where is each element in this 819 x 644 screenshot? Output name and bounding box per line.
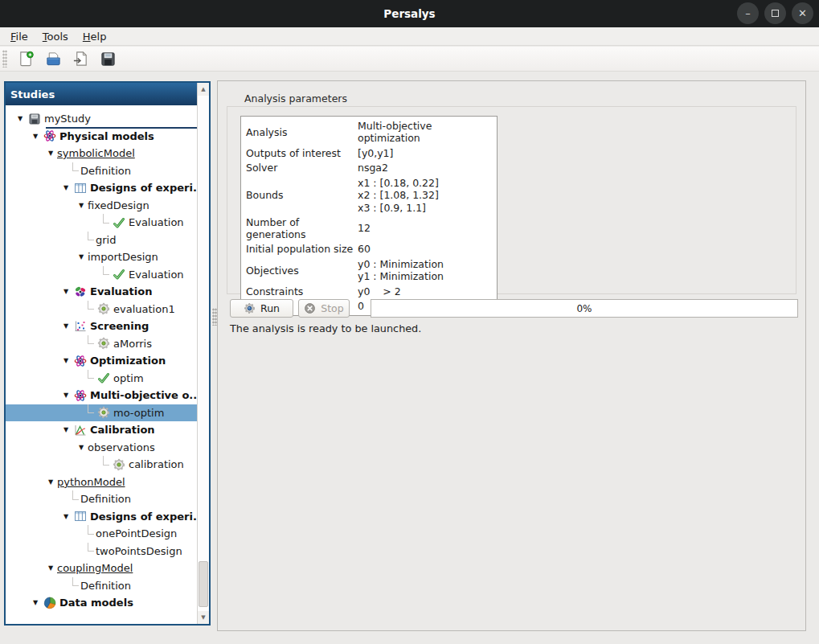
import-study-icon[interactable] [70, 48, 91, 69]
scroll-down-icon[interactable]: ▼ [198, 611, 209, 624]
gear-icon [112, 457, 125, 471]
stop-icon [304, 302, 316, 314]
tree-item-label: symbolicModel [57, 147, 135, 159]
tree-item-optimization[interactable]: ▼Optimization [6, 352, 197, 370]
tree-item-grid[interactable]: grid [6, 232, 197, 249]
parameter-label: Solver [241, 162, 358, 174]
tree-item-designs-of-experi[interactable]: ▼Designs of experi... [6, 508, 197, 526]
expander-icon[interactable]: ▼ [75, 253, 88, 260]
stop-button[interactable]: Stop [298, 299, 350, 318]
save-study-icon[interactable] [97, 48, 118, 69]
tree-item-onepointdesign[interactable]: onePointDesign [6, 525, 197, 543]
parameter-value: nsga2 [358, 162, 391, 174]
tree-item-twopointsdesign[interactable]: twoPointsDesign [6, 543, 197, 560]
tree-item-definition[interactable]: Definition [6, 577, 197, 595]
tree-item-evaluation[interactable]: Evaluation [6, 266, 197, 284]
expander-icon[interactable]: ▼ [59, 322, 72, 330]
tree-item-label: evaluation1 [113, 303, 175, 315]
new-study-icon[interactable] [15, 48, 36, 69]
toolbar [0, 47, 819, 72]
expander-icon[interactable]: ▼ [59, 357, 72, 364]
parameter-row: Constraintsy0 > 2 [241, 284, 497, 299]
parameter-value: Multi-objective optimization [358, 120, 497, 145]
tree-item-symbolicmodel[interactable]: ▼symbolicModel [6, 145, 197, 162]
studies-panel: Studies ▼myStudy▼Physical models▼symboli… [4, 81, 211, 626]
atom-icon [73, 354, 87, 367]
tree-item-label: observations [88, 441, 155, 453]
check-icon [112, 268, 125, 281]
scrollbar-thumb[interactable] [199, 561, 208, 607]
expander-icon[interactable]: ▼ [75, 202, 88, 209]
atom-icon [43, 129, 56, 143]
tree-item-importdesign[interactable]: ▼importDesign [6, 248, 197, 266]
expander-icon[interactable]: ▼ [75, 444, 88, 451]
expander-icon[interactable]: ▼ [44, 478, 57, 486]
tree-scrollbar[interactable]: ▲ ▼ [197, 83, 209, 624]
toolbar-drag-handle[interactable] [2, 50, 7, 68]
tree-item-label: fixedDesign [88, 199, 149, 211]
gear-icon [96, 406, 110, 420]
tree-branch-line [69, 162, 80, 180]
expander-icon[interactable]: ▼ [44, 564, 57, 572]
tree-item-label: importDesign [88, 251, 158, 263]
tree-item-label: Definition [80, 580, 131, 592]
tree-item-data-models[interactable]: ▼Data models [6, 594, 197, 612]
tree-item-calibration[interactable]: ▼Calibration [6, 421, 197, 439]
tree-item-mystudy[interactable]: ▼myStudy [6, 110, 197, 128]
tree-item-definition[interactable]: Definition [6, 162, 197, 180]
tree-item-definition[interactable]: Definition [6, 490, 197, 508]
expander-icon[interactable]: ▼ [29, 133, 42, 140]
expander-icon[interactable]: ▼ [29, 599, 42, 606]
tree-item-physical-models[interactable]: ▼Physical models [6, 128, 197, 146]
tree-item-evaluation[interactable]: Evaluation [6, 214, 197, 232]
tree-item-optim[interactable]: optim [6, 370, 197, 388]
open-study-icon[interactable] [43, 48, 63, 69]
check-icon [96, 371, 110, 385]
expander-icon[interactable]: ▼ [14, 115, 27, 122]
expander-icon[interactable]: ▼ [59, 288, 72, 295]
tree-item-designs-of-experi[interactable]: ▼Designs of experi... [6, 179, 197, 197]
tree-item-evaluation[interactable]: ▼Evaluation [6, 283, 197, 301]
tree-item-amorris[interactable]: aMorris [6, 335, 197, 353]
chart-icon [73, 423, 87, 437]
tree-item-evaluation1[interactable]: evaluation1 [6, 301, 197, 318]
expander-icon[interactable]: ▼ [59, 392, 72, 399]
status-message: The analysis is ready to be launched. [230, 322, 421, 334]
minimize-icon[interactable]: – [737, 2, 759, 24]
parameters-table: AnalysisMulti-objective optimizationOutp… [240, 116, 498, 316]
tree-item-fixeddesign[interactable]: ▼fixedDesign [6, 197, 197, 215]
expander-icon[interactable]: ▼ [59, 184, 72, 191]
tree-item-pythonmodel[interactable]: ▼pythonModel [6, 474, 197, 491]
tree-item-calibration[interactable]: calibration [6, 456, 197, 474]
tree-item-label: calibration [129, 458, 184, 470]
parameter-value: [y0,y1] [358, 147, 396, 160]
menu-help[interactable]: Help [76, 29, 114, 44]
tree-item-label: mo-optim [113, 407, 164, 419]
group-title: Analysis parameters [244, 92, 347, 105]
menu-file[interactable]: File [3, 29, 35, 44]
tree-item-observations[interactable]: ▼observations [6, 439, 197, 457]
atom-icon [73, 388, 87, 402]
scroll-up-icon[interactable]: ▲ [198, 83, 209, 96]
tree-branch-line [69, 577, 80, 595]
progress-bar: 0% [371, 299, 798, 318]
menu-tools[interactable]: Tools [35, 29, 76, 44]
studies-header: Studies [6, 83, 197, 105]
parameter-row: Number of generations12 [241, 215, 497, 242]
tree-item-multi-objective-o[interactable]: ▼Multi-objective o... [6, 387, 197, 404]
tree-item-mo-optim[interactable]: mo-optim [6, 404, 197, 422]
tree-item-couplingmodel[interactable]: ▼couplingModel [6, 560, 197, 577]
expander-icon[interactable]: ▼ [44, 150, 57, 157]
tree-item-label: Definition [80, 165, 131, 177]
expander-icon[interactable]: ▼ [59, 513, 72, 520]
window-title: Persalys [383, 7, 435, 20]
run-button[interactable]: Run [230, 299, 293, 318]
close-icon[interactable]: ✕ [792, 2, 813, 24]
expander-icon[interactable]: ▼ [59, 426, 72, 433]
maximize-icon[interactable] [764, 2, 786, 24]
tree-item-screening[interactable]: ▼Screening [6, 318, 197, 335]
window-controls: – ✕ [737, 2, 813, 24]
tree-item-label: Multi-objective o... [90, 389, 197, 401]
stop-button-label: Stop [321, 302, 343, 314]
tree-item-label: onePointDesign [96, 527, 177, 539]
